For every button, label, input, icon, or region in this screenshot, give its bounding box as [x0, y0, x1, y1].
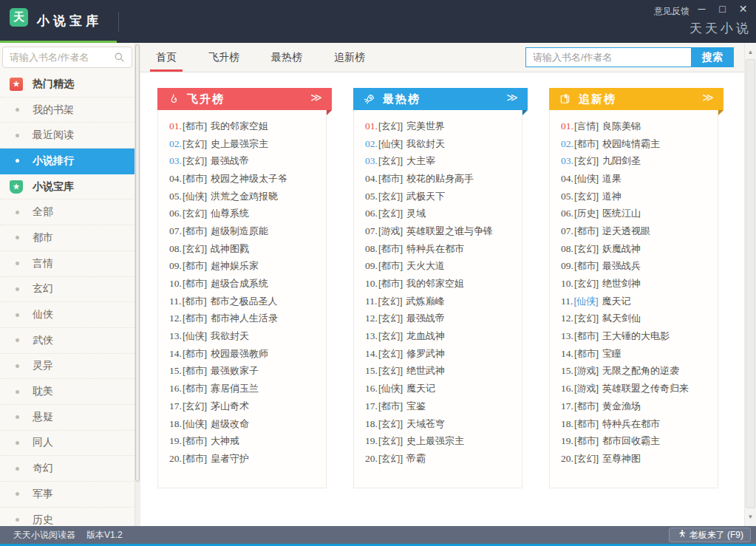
rank-item[interactable]: 02.[玄幻]史上最强宗主 — [158, 135, 326, 153]
sidebar-scrollbar[interactable] — [134, 43, 140, 526]
sidebar-item-9[interactable]: 仙侠 — [0, 302, 134, 328]
rank-item[interactable]: 13.[玄幻]龙血战神 — [354, 327, 522, 345]
rank-item[interactable]: 03.[玄幻]九阳剑圣 — [550, 152, 718, 170]
rank-item[interactable]: 14.[都市]校园最强教师 — [158, 345, 326, 363]
sidebar-item-8[interactable]: 玄幻 — [0, 277, 134, 303]
maximize-button[interactable]: □ — [717, 2, 728, 16]
rank-item[interactable]: 19.[玄幻]史上最强宗主 — [354, 432, 522, 450]
rank-item[interactable]: 07.[都市]超级制造原能 — [158, 222, 326, 240]
rank-item[interactable]: 09.[都市]超神娱乐家 — [158, 258, 326, 276]
rank-item[interactable]: 14.[都市]宝瞳 — [550, 345, 718, 363]
sidebar-item-11[interactable]: 灵异 — [0, 354, 134, 380]
rank-item[interactable]: 03.[玄幻]最强战帝 — [158, 152, 326, 170]
search-button[interactable]: 搜索 — [691, 47, 734, 67]
tab-1[interactable]: 飞升榜 — [199, 43, 249, 72]
rank-item[interactable]: 05.[仙侠]洪荒之金鸡报晓 — [158, 188, 326, 205]
scroll-down-icon[interactable]: ▼ — [745, 513, 756, 520]
sidebar-item-14[interactable]: 同人 — [0, 431, 134, 457]
tab-0[interactable]: 首页 — [146, 43, 186, 72]
rank-item[interactable]: 13.[仙侠]我欲封天 — [158, 327, 326, 345]
rank-item[interactable]: 17.[都市]宝鉴 — [354, 397, 522, 415]
sidebar-item-7[interactable]: 言情 — [0, 251, 134, 277]
more-chevron-icon[interactable]: ≫ — [702, 91, 714, 104]
rank-item[interactable]: 11.[仙侠]魔天记 — [550, 293, 718, 310]
rank-item[interactable]: 01.[言情]良陈美锦 — [550, 117, 718, 135]
rank-item[interactable]: 04.[仙侠]道果 — [550, 170, 718, 188]
sidebar-item-3[interactable]: 小说排行 — [0, 149, 134, 174]
sidebar-item-2[interactable]: 最近阅读 — [0, 123, 134, 149]
rank-item[interactable]: 05.[玄幻]武极天下 — [354, 188, 522, 205]
rank-item[interactable]: 05.[玄幻]道神 — [550, 188, 718, 205]
rank-item[interactable]: 08.[玄幻]战神图戮 — [158, 240, 326, 258]
more-chevron-icon[interactable]: ≫ — [506, 91, 518, 104]
search-icon[interactable] — [114, 52, 125, 66]
rank-item[interactable]: 04.[都市]校花的贴身高手 — [354, 170, 522, 188]
rank-item[interactable]: 20.[都市]皇者守护 — [158, 450, 326, 468]
sidebar-item-6[interactable]: 都市 — [0, 225, 134, 251]
rank-item[interactable]: 16.[游戏]英雄联盟之传奇归来 — [550, 380, 718, 397]
rank-item[interactable]: 06.[历史]医统江山 — [550, 205, 718, 222]
tab-3[interactable]: 追新榜 — [324, 43, 375, 72]
rank-item[interactable]: 09.[都市]天火大道 — [354, 258, 522, 276]
sidebar-item-15[interactable]: 奇幻 — [0, 456, 134, 482]
rank-item[interactable]: 02.[仙侠]我欲封天 — [354, 135, 522, 153]
main-scrollbar[interactable]: ▲ ▼ — [744, 43, 756, 526]
rank-item[interactable]: 15.[游戏]无限之配角的逆袭 — [550, 363, 718, 381]
rank-item[interactable]: 12.[玄幻]弑天剑仙 — [550, 310, 718, 328]
rank-item[interactable]: 11.[玄幻]武炼巅峰 — [354, 293, 522, 310]
sidebar-item-10[interactable]: 武侠 — [0, 328, 134, 354]
rank-item[interactable]: 16.[都市]寡居俏玉兰 — [158, 380, 326, 397]
rank-item[interactable]: 18.[仙侠]超级改命 — [158, 415, 326, 433]
sidebar-item-16[interactable]: 军事 — [0, 482, 134, 508]
rank-item[interactable]: 18.[玄幻]天域苍穹 — [354, 415, 522, 433]
sidebar-item-1[interactable]: 我的书架 — [0, 98, 134, 123]
rank-item[interactable]: 03.[玄幻]大主宰 — [354, 152, 522, 170]
rank-item[interactable]: 12.[玄幻]最强战帝 — [354, 310, 522, 328]
rank-item[interactable]: 08.[玄幻]妖魔战神 — [550, 240, 718, 258]
rank-item[interactable]: 17.[都市]黄金渔场 — [550, 397, 718, 415]
rank-item[interactable]: 10.[都市]我的邻家空姐 — [354, 275, 522, 293]
rank-item[interactable]: 04.[都市]校园之神级太子爷 — [158, 170, 326, 188]
main-scrollbar-thumb[interactable] — [746, 59, 755, 508]
sidebar-item-5[interactable]: 全部 — [0, 199, 134, 225]
rank-item[interactable]: 20.[玄幻]帝霸 — [354, 450, 522, 468]
rank-item[interactable]: 11.[都市]都市之极品圣人 — [158, 293, 326, 310]
rank-item[interactable]: 18.[都市]特种兵在都市 — [550, 415, 718, 433]
rank-item[interactable]: 17.[玄幻]茅山奇术 — [158, 397, 326, 415]
rank-number: 02. — [365, 138, 378, 150]
tab-2[interactable]: 最热榜 — [262, 43, 312, 72]
feedback-link[interactable]: 意见反馈 — [654, 5, 689, 18]
rank-item[interactable]: 13.[都市]王大锤的大电影 — [550, 327, 718, 345]
scroll-up-icon[interactable]: ▲ — [745, 49, 756, 55]
rank-item[interactable]: 07.[游戏]英雄联盟之谁与争锋 — [354, 222, 522, 240]
sidebar-search-input[interactable] — [2, 47, 132, 68]
rank-item[interactable]: 19.[都市]都市回收霸主 — [550, 432, 718, 450]
rank-item[interactable]: 20.[玄幻]至尊神图 — [550, 450, 718, 468]
rank-item[interactable]: 15.[都市]最强败家子 — [158, 363, 326, 381]
close-button[interactable]: ✕ — [738, 2, 749, 16]
rank-item[interactable]: 01.[都市]我的邻家空姐 — [158, 117, 326, 135]
sidebar-item-4[interactable]: ★小说宝库 — [0, 174, 134, 200]
rank-item[interactable]: 10.[玄幻]绝世剑神 — [550, 275, 718, 293]
sidebar-item-12[interactable]: 耽美 — [0, 379, 134, 405]
rank-item[interactable]: 08.[都市]特种兵在都市 — [354, 240, 522, 258]
rank-item[interactable]: 12.[都市]都市神人生活录 — [158, 310, 326, 328]
rank-item[interactable]: 06.[玄幻]仙尊系统 — [158, 205, 326, 222]
rank-item[interactable]: 06.[玄幻]灵域 — [354, 205, 522, 222]
rank-item[interactable]: 15.[玄幻]绝世武神 — [354, 363, 522, 381]
rank-item[interactable]: 09.[都市]最强战兵 — [550, 258, 718, 276]
minimize-button[interactable]: ─ — [696, 2, 707, 16]
rank-item[interactable]: 01.[玄幻]完美世界 — [354, 117, 522, 135]
rank-item[interactable]: 02.[都市]校园纯情霸主 — [550, 135, 718, 153]
sidebar-item-0[interactable]: ★热门精选 — [0, 72, 134, 98]
rank-item[interactable]: 07.[都市]逆天透视眼 — [550, 222, 718, 240]
boss-key-button[interactable]: 老板来了 (F9) — [669, 528, 751, 542]
more-chevron-icon[interactable]: ≫ — [310, 91, 322, 104]
sidebar-item-13[interactable]: 悬疑 — [0, 405, 134, 431]
rank-item[interactable]: 14.[玄幻]修罗武神 — [354, 345, 522, 363]
rank-item[interactable]: 10.[都市]超级合成系统 — [158, 275, 326, 293]
rank-item[interactable]: 16.[仙侠]魔天记 — [354, 380, 522, 397]
sidebar-scrollbar-thumb[interactable] — [135, 44, 140, 482]
top-search-input[interactable] — [525, 47, 691, 67]
rank-item[interactable]: 19.[都市]大神戒 — [158, 432, 326, 450]
